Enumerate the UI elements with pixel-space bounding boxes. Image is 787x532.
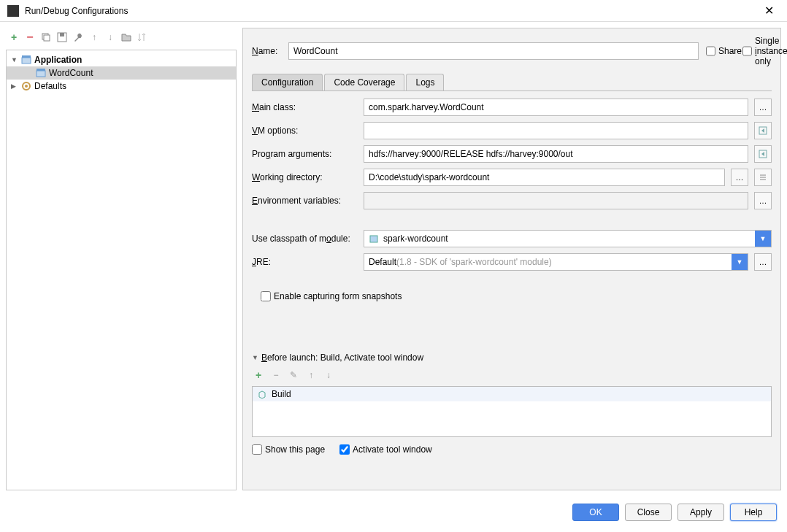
move-up-icon[interactable]: ↑	[88, 31, 101, 44]
application-icon	[21, 55, 31, 65]
tab-logs[interactable]: Logs	[406, 74, 444, 90]
close-button[interactable]: Close	[625, 504, 672, 521]
remove-config-icon[interactable]: −	[23, 31, 37, 44]
browse-working-dir-button[interactable]: …	[731, 169, 748, 186]
browse-jre-button[interactable]: …	[754, 253, 772, 271]
help-button[interactable]: Help	[730, 504, 777, 521]
app-icon	[7, 5, 19, 17]
env-vars-label: Environment variables:	[252, 196, 358, 206]
tab-configuration[interactable]: Configuration	[252, 74, 323, 90]
main-class-input[interactable]	[364, 99, 748, 116]
build-icon	[257, 389, 267, 399]
add-task-icon[interactable]: +	[252, 369, 265, 382]
tree-node-application[interactable]: ▼ Application	[7, 53, 236, 66]
name-label: Name:	[252, 46, 281, 56]
list-working-dir-button[interactable]	[754, 169, 772, 186]
classpath-select[interactable]: spark-wordcount ▼	[364, 230, 772, 247]
edit-task-icon[interactable]: ✎	[287, 369, 300, 382]
vm-options-label: VM options:	[252, 126, 358, 136]
tree-node-wordcount[interactable]: WordCount	[7, 66, 236, 80]
apply-button[interactable]: Apply	[677, 504, 724, 521]
svg-rect-7	[37, 69, 45, 71]
working-dir-input[interactable]	[364, 169, 725, 186]
config-panel: Name: Share Single instance only Configu…	[242, 28, 781, 490]
sidebar: + − ↑ ↓ ▼ Application WordCount ▶ D	[6, 28, 237, 490]
ok-button[interactable]: OK	[572, 504, 619, 521]
before-launch-header[interactable]: ▼ Before launch: Build, Activate tool wi…	[252, 352, 772, 363]
single-instance-checkbox[interactable]: Single instance only	[742, 36, 772, 66]
vm-options-input[interactable]	[364, 122, 748, 139]
gear-icon	[21, 81, 31, 91]
env-vars-input[interactable]	[364, 192, 748, 209]
window-title: Run/Debug Configurations	[25, 6, 759, 16]
expander-icon: ▼	[252, 354, 258, 361]
move-task-up-icon[interactable]: ↑	[304, 369, 318, 382]
application-icon	[36, 68, 46, 78]
module-icon	[369, 234, 379, 244]
dropdown-arrow-icon: ▼	[755, 231, 771, 247]
config-tree: ▼ Application WordCount ▶ Defaults	[6, 50, 237, 490]
tab-code-coverage[interactable]: Code Coverage	[324, 74, 404, 90]
remove-task-icon[interactable]: −	[269, 369, 283, 382]
expand-vm-options-button[interactable]	[754, 122, 772, 139]
expand-program-args-button[interactable]	[754, 145, 772, 163]
expander-icon: ▼	[11, 56, 18, 63]
working-dir-label: Working directory:	[252, 172, 358, 182]
tree-label: Defaults	[34, 81, 66, 91]
add-config-icon[interactable]: +	[7, 31, 20, 44]
name-input[interactable]	[288, 42, 699, 60]
edit-env-vars-button[interactable]: …	[754, 192, 772, 209]
svg-rect-3	[60, 33, 64, 36]
svg-rect-5	[22, 55, 31, 58]
sidebar-toolbar: + − ↑ ↓	[6, 28, 237, 50]
svg-rect-1	[44, 35, 50, 41]
tree-node-defaults[interactable]: ▶ Defaults	[7, 80, 236, 93]
wrench-icon[interactable]	[72, 31, 85, 44]
browse-main-class-button[interactable]: …	[754, 99, 772, 116]
svg-rect-4	[22, 58, 31, 63]
copy-config-icon[interactable]	[39, 31, 53, 44]
svg-rect-6	[37, 71, 45, 77]
tree-label: Application	[34, 55, 82, 65]
jre-select[interactable]: Default (1.8 - SDK of 'spark-wordcount' …	[364, 253, 748, 271]
move-task-down-icon[interactable]: ↓	[322, 369, 335, 382]
jre-label: JRE:	[252, 257, 358, 267]
before-launch-toolbar: + − ✎ ↑ ↓	[252, 367, 772, 386]
folder-icon[interactable]	[120, 31, 133, 44]
main-class-label: Main class:	[252, 102, 358, 112]
sort-icon[interactable]	[136, 31, 149, 44]
dropdown-arrow-icon: ▼	[732, 254, 748, 270]
list-item[interactable]: Build	[253, 387, 771, 401]
config-form: Main class: … VM options: Program argume…	[252, 99, 772, 301]
close-icon[interactable]: ✕	[759, 4, 780, 18]
program-args-label: Program arguments:	[252, 149, 358, 159]
tab-bar: Configuration Code Coverage Logs	[252, 74, 772, 91]
share-checkbox[interactable]: Share	[706, 46, 735, 56]
snapshots-checkbox[interactable]: Enable capturing form snapshots	[261, 291, 772, 301]
svg-rect-15	[370, 236, 377, 242]
show-page-checkbox[interactable]: Show this page	[252, 444, 325, 455]
save-config-icon[interactable]	[55, 31, 69, 44]
dialog-footer: OK Close Apply Help	[0, 496, 787, 528]
expander-icon: ▶	[11, 82, 18, 90]
activate-window-checkbox[interactable]: Activate tool window	[339, 444, 432, 455]
before-launch-list: Build	[252, 386, 772, 437]
move-down-icon[interactable]: ↓	[104, 31, 117, 44]
program-args-input[interactable]	[364, 145, 748, 163]
tree-label: WordCount	[49, 68, 93, 78]
svg-point-9	[25, 85, 28, 88]
classpath-label: Use classpath of module:	[252, 234, 358, 244]
title-bar: Run/Debug Configurations ✕	[0, 0, 787, 22]
